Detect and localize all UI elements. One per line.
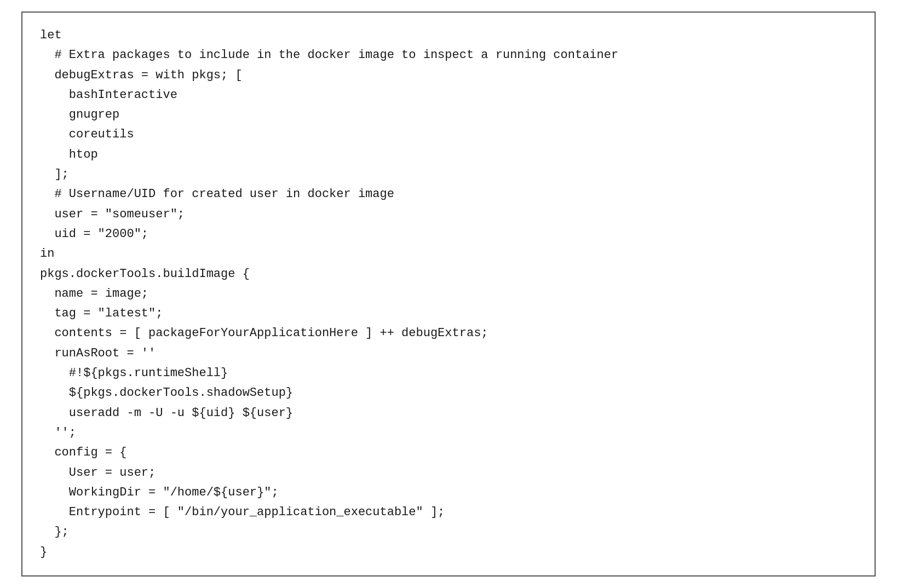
code-block: let # Extra packages to include in the d… xyxy=(40,26,857,562)
code-container: let # Extra packages to include in the d… xyxy=(21,11,876,577)
